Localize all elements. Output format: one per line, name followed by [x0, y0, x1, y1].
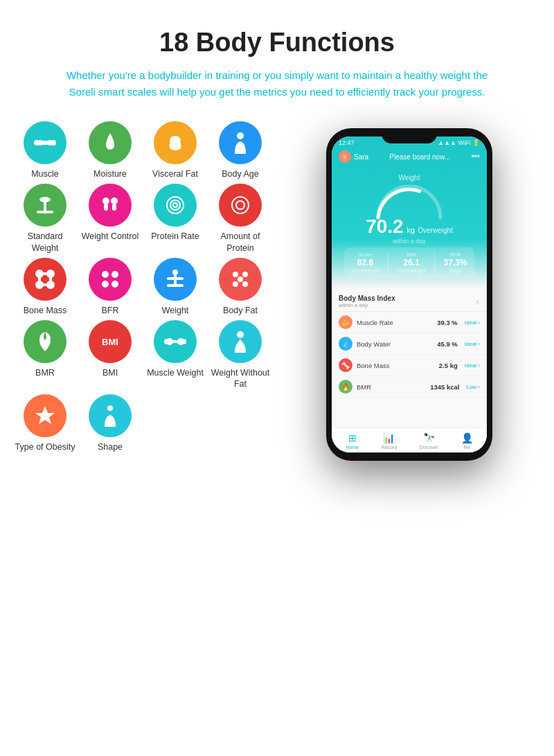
phone-wrapper: 12:47 ▲▲▲ WiFi 🔋 S Sara Please board now… — [278, 121, 540, 461]
nav-icon: 👤 — [461, 432, 473, 443]
svg-point-9 — [39, 197, 51, 202]
stat-value: 82.8 — [351, 258, 379, 267]
svg-point-28 — [111, 271, 118, 278]
icon-circle-shape — [89, 394, 132, 437]
stat-status: Overweight — [397, 267, 425, 274]
phone-nav: ⊞ Home 📊 Record 🔭 Discover 👤 Me — [332, 428, 487, 452]
icon-item-muscle-weight: Muscle Weight — [144, 320, 206, 390]
svg-marker-46 — [35, 406, 55, 424]
icon-label-body-age: Body Age — [222, 168, 259, 179]
stats-row: Score 82.8 Overweight BMI 26.1 Overweigh… — [344, 247, 474, 278]
nav-label: Me — [463, 445, 470, 450]
phone-prompt: Please board now... — [389, 153, 450, 161]
svg-point-38 — [242, 281, 248, 287]
metric-row-muscle-rate: 💪 Muscle Rate 39.3 % Ideal › — [332, 312, 487, 333]
icon-circle-weight-control — [89, 184, 132, 227]
nav-item-discover[interactable]: 🔭 Discover — [420, 432, 438, 450]
svg-rect-12 — [104, 204, 108, 211]
metric-name: Muscle Rate — [357, 319, 433, 326]
more-icon[interactable]: ••• — [471, 152, 480, 161]
icon-circle-bone-mass — [24, 258, 66, 301]
icon-item-protein-rate: Protein Rate — [144, 184, 206, 254]
expand-icon[interactable]: ∧ — [475, 298, 480, 306]
icon-item-bone-mass: Bone Mass — [14, 258, 76, 316]
stat-item-bmi: BMI 26.1 Overweight — [397, 252, 425, 274]
icon-item-bmi: BMIBMI — [79, 320, 141, 390]
svg-rect-26 — [49, 276, 52, 282]
icon-item-amount-of-protein: Amount of Protein — [209, 184, 271, 254]
nav-icon: ⊞ — [348, 432, 357, 443]
nav-label: Record — [382, 445, 397, 450]
bmi-header: Body Mass Index within a day ∧ — [332, 290, 487, 312]
page-subtitle: Whether you're a bodybuilder in training… — [62, 67, 492, 100]
svg-point-47 — [107, 405, 113, 411]
icon-circle-type-of-obesity — [24, 394, 66, 437]
icon-item-muscle: Muscle — [14, 121, 76, 179]
icon-circle-body-age — [219, 121, 262, 164]
phone-header: S Sara Please board now... ••• — [332, 148, 487, 167]
nav-label: Home — [346, 445, 359, 450]
metric-icon: 🦴 — [339, 358, 352, 372]
svg-point-34 — [172, 270, 178, 275]
metric-icon: 💪 — [339, 315, 352, 329]
icon-circle-weight-without-fat — [219, 320, 262, 363]
icon-item-weight-without-fat: Weight Without Fat — [209, 320, 271, 390]
nav-item-record[interactable]: 📊 Record — [382, 432, 397, 450]
nav-item-home[interactable]: ⊞ Home — [346, 432, 359, 450]
weight-unit: kg — [406, 226, 415, 234]
svg-point-10 — [102, 197, 109, 204]
metric-value: 45.9 % — [437, 340, 458, 348]
icon-item-type-of-obesity: Type of Obesity — [14, 394, 76, 452]
svg-point-35 — [233, 272, 238, 277]
svg-point-15 — [170, 200, 180, 210]
metric-name: Bone Mass — [357, 362, 435, 369]
phone-screen: 12:47 ▲▲▲ WiFi 🔋 S Sara Please board now… — [332, 137, 487, 452]
icon-label-protein-rate: Protein Rate — [151, 231, 199, 242]
svg-point-17 — [232, 197, 249, 213]
phone-body: Body Mass Index within a day ∧ 💪 Muscle … — [332, 288, 487, 428]
stat-value: 26.1 — [397, 258, 425, 267]
stat-label: BMI — [397, 252, 425, 258]
icon-circle-amount-of-protein — [219, 184, 262, 227]
stat-label: Score — [351, 252, 379, 258]
svg-point-14 — [167, 197, 184, 213]
metric-row-body-water: 💧 Body Water 45.9 % Ideal › — [332, 333, 487, 355]
icon-circle-visceral-fat — [154, 121, 197, 164]
metric-name: BMR — [357, 383, 426, 391]
avatar: S — [339, 150, 351, 163]
icon-label-weight: Weight — [162, 305, 189, 316]
icon-item-bmr: BMR — [14, 320, 76, 390]
metrics-list: 💪 Muscle Rate 39.3 % Ideal › 💧 Body Wate… — [332, 312, 487, 398]
svg-point-16 — [173, 203, 177, 207]
main-content: MuscleMoistureVisceral FatBody AgeStanda… — [14, 121, 540, 461]
metric-value: 39.3 % — [437, 319, 458, 326]
svg-point-27 — [102, 271, 109, 278]
icon-circle-moisture — [89, 121, 132, 164]
metric-row-bmr: 🔥 BMR 1345 kcal Low › — [332, 376, 487, 398]
svg-point-3 — [37, 140, 43, 146]
nav-item-me[interactable]: 👤 Me — [461, 432, 473, 450]
icons-grid: MuscleMoistureVisceral FatBody AgeStanda… — [14, 121, 271, 452]
stat-value: 37.3% — [444, 258, 467, 267]
nav-icon: 🔭 — [423, 432, 435, 443]
icon-label-standard-weight: Standard Weight — [14, 231, 76, 254]
weight-label: Weight — [339, 174, 480, 182]
icon-circle-protein-rate — [154, 184, 197, 227]
svg-rect-33 — [167, 277, 184, 280]
stat-label: BFR — [444, 252, 467, 258]
svg-point-6 — [237, 132, 244, 139]
icon-label-bone-mass: Bone Mass — [24, 305, 67, 316]
icon-label-shape: Shape — [98, 441, 123, 452]
icon-circle-standard-weight — [24, 184, 66, 227]
icon-label-amount-of-protein: Amount of Protein — [209, 231, 271, 254]
icon-circle-bmr — [24, 320, 66, 363]
icon-label-moisture: Moisture — [93, 168, 127, 179]
icon-label-bfr: BFR — [102, 305, 119, 316]
icon-label-muscle-weight: Muscle Weight — [147, 367, 204, 378]
metric-ideal: Ideal › — [465, 362, 480, 369]
svg-point-45 — [237, 331, 244, 338]
nav-label: Discover — [420, 445, 438, 450]
icon-item-weight-control: Weight Control — [79, 184, 141, 254]
svg-rect-25 — [38, 276, 41, 282]
svg-rect-13 — [112, 204, 116, 211]
